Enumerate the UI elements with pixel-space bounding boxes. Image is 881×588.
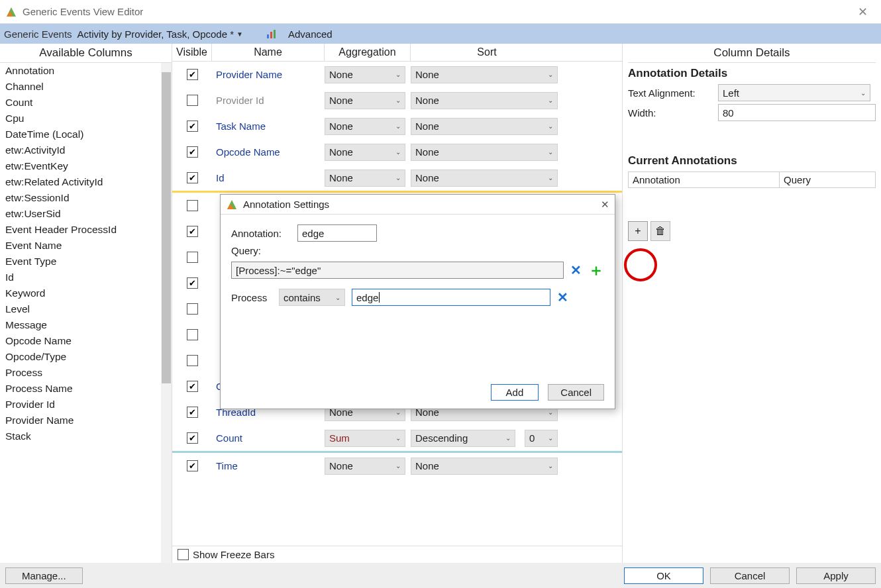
visible-checkbox[interactable]: ✔ — [187, 381, 198, 392]
cancel-button[interactable]: Cancel — [710, 567, 790, 584]
clear-query-button[interactable]: ✕ — [570, 262, 582, 278]
combo[interactable]: None⌄ — [411, 66, 558, 83]
available-column-item[interactable]: etw:ActivityId — [0, 142, 172, 158]
width-input[interactable]: 80 — [718, 104, 876, 121]
visible-checkbox[interactable] — [187, 95, 198, 106]
chevron-down-icon: ⌄ — [505, 434, 511, 442]
grid-row[interactable]: ✔ Task Name None⌄ None⌄ — [172, 113, 622, 139]
available-column-item[interactable]: Annotation — [0, 63, 172, 79]
grid-row[interactable]: Provider Id None⌄ None⌄ — [172, 87, 622, 113]
visible-checkbox[interactable]: ✔ — [187, 69, 198, 80]
available-column-item[interactable]: etw:Related ActivityId — [0, 174, 172, 190]
window-close-button[interactable]: ✕ — [849, 5, 876, 19]
preset-dropdown[interactable]: Activity by Provider, Task, Opcode * ▼ — [78, 28, 243, 40]
scrollbar-thumb[interactable] — [162, 72, 171, 383]
visible-checkbox[interactable]: ✔ — [187, 460, 198, 471]
show-freeze-bars-checkbox[interactable] — [178, 549, 189, 560]
available-column-item[interactable]: Channel — [0, 79, 172, 95]
available-column-item[interactable]: Opcode Name — [0, 333, 172, 349]
combo[interactable]: None⌄ — [325, 66, 405, 83]
available-column-item[interactable]: Event Name — [0, 238, 172, 254]
available-columns-header: Available Columns — [0, 44, 172, 63]
annotation-input[interactable]: edge — [297, 224, 377, 242]
available-column-item[interactable]: Event Header ProcessId — [0, 222, 172, 238]
visible-checkbox[interactable]: ✔ — [187, 277, 198, 289]
match-value-input[interactable]: edge — [352, 289, 550, 306]
text-alignment-dropdown[interactable]: Left ⌄ — [718, 84, 870, 101]
available-column-item[interactable]: Provider Name — [0, 413, 172, 428]
grid-row[interactable]: ✔ Provider Name None⌄ None⌄ — [172, 62, 622, 87]
visible-checkbox[interactable] — [187, 329, 198, 340]
grid-header-visible[interactable]: Visible — [172, 44, 212, 61]
clear-clause-button[interactable]: ✕ — [557, 289, 568, 305]
available-column-item[interactable]: DateTime (Local) — [0, 126, 172, 142]
combo[interactable]: 0⌄ — [525, 430, 558, 447]
chevron-down-icon: ⌄ — [395, 122, 401, 130]
grid-header-aggregation[interactable]: Aggregation — [325, 44, 411, 61]
annotation-label: Annotation: — [231, 228, 291, 239]
combo[interactable]: None⌄ — [325, 458, 405, 475]
operator-value: contains — [284, 292, 321, 303]
visible-checkbox[interactable] — [187, 355, 198, 366]
dialog-cancel-button[interactable]: Cancel — [548, 384, 604, 401]
visible-checkbox[interactable]: ✔ — [187, 226, 198, 237]
delete-annotation-button[interactable]: 🗑 — [650, 221, 670, 241]
available-column-item[interactable]: Event Type — [0, 254, 172, 270]
grid-row[interactable]: ✔ Count Sum⌄ Descending⌄0⌄ — [172, 425, 622, 451]
combo[interactable]: None⌄ — [325, 144, 405, 161]
visible-checkbox[interactable]: ✔ — [187, 172, 198, 183]
apply-button[interactable]: Apply — [796, 567, 876, 584]
available-column-item[interactable]: etw:EventKey — [0, 158, 172, 174]
visible-checkbox[interactable] — [187, 303, 198, 315]
available-column-item[interactable]: Cpu — [0, 111, 172, 126]
combo[interactable]: None⌄ — [411, 144, 558, 161]
visible-checkbox[interactable]: ✔ — [187, 121, 198, 132]
available-column-item[interactable]: Opcode/Type — [0, 349, 172, 365]
combo[interactable]: None⌄ — [411, 170, 558, 187]
advanced-button[interactable]: Advanced — [288, 28, 333, 40]
grid-header-name[interactable]: Name — [212, 44, 325, 61]
ok-button[interactable]: OK — [624, 567, 703, 584]
grid-row[interactable]: ✔ Time None⌄ None⌄ — [172, 453, 622, 479]
combo[interactable]: None⌄ — [325, 118, 405, 135]
available-column-item[interactable]: Provider Id — [0, 397, 172, 413]
scrollbar-track[interactable] — [161, 63, 172, 563]
add-clause-button[interactable]: ＋ — [588, 260, 604, 281]
combo[interactable]: None⌄ — [411, 92, 558, 109]
app-icon — [226, 199, 238, 211]
manage-button[interactable]: Manage... — [5, 567, 83, 584]
combo[interactable]: Descending⌄ — [411, 430, 515, 447]
add-annotation-button[interactable]: + — [628, 221, 648, 241]
available-column-item[interactable]: etw:UserSid — [0, 206, 172, 222]
combo[interactable]: None⌄ — [325, 170, 405, 187]
visible-checkbox[interactable]: ✔ — [187, 432, 198, 444]
annotations-col-query[interactable]: Query — [780, 172, 876, 188]
dialog-add-button[interactable]: Add — [491, 384, 539, 401]
annotations-col-annotation[interactable]: Annotation — [629, 172, 780, 188]
text-alignment-label: Text Alignment: — [628, 87, 714, 99]
combo[interactable]: None⌄ — [411, 458, 558, 475]
visible-checkbox[interactable] — [187, 252, 198, 263]
available-column-item[interactable]: Process Name — [0, 381, 172, 397]
combo[interactable]: None⌄ — [411, 118, 558, 135]
query-label: Query: — [231, 245, 261, 256]
available-column-item[interactable]: Message — [0, 317, 172, 333]
available-column-item[interactable]: Keyword — [0, 285, 172, 301]
dialog-close-button[interactable]: ✕ — [601, 199, 609, 211]
grid-header-sort[interactable]: Sort — [411, 44, 563, 61]
available-column-item[interactable]: Process — [0, 365, 172, 381]
visible-checkbox[interactable]: ✔ — [187, 407, 198, 418]
available-column-item[interactable]: Stack — [0, 428, 172, 444]
combo[interactable]: Sum⌄ — [325, 430, 405, 447]
grid-row[interactable]: ✔ Id None⌄ None⌄ — [172, 165, 622, 191]
available-column-item[interactable]: Level — [0, 301, 172, 317]
available-column-item[interactable]: Id — [0, 270, 172, 285]
available-column-item[interactable]: Count — [0, 95, 172, 111]
combo[interactable]: None⌄ — [325, 92, 405, 109]
operator-dropdown[interactable]: contains ⌄ — [279, 289, 345, 306]
visible-checkbox[interactable] — [187, 200, 198, 211]
query-input[interactable]: [Process]:~="edge" — [231, 262, 564, 279]
visible-checkbox[interactable]: ✔ — [187, 146, 198, 158]
grid-row[interactable]: ✔ Opcode Name None⌄ None⌄ — [172, 139, 622, 165]
available-column-item[interactable]: etw:SessionId — [0, 190, 172, 206]
